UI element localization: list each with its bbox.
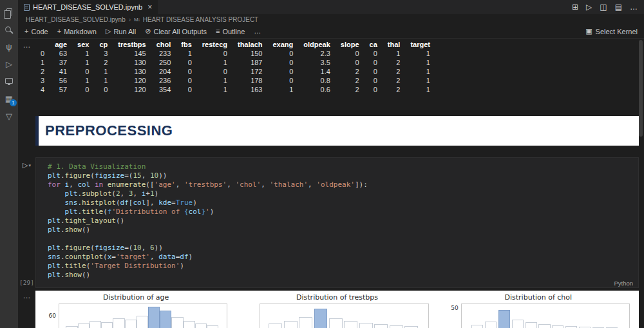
- more-actions-icon[interactable]: …: [630, 3, 638, 11]
- testing-icon[interactable]: ▽: [0, 108, 18, 125]
- kernel-icon: ▣: [585, 28, 592, 35]
- table-cell: 3: [94, 49, 113, 58]
- scrollbar: [638, 39, 644, 328]
- vscode-window: ψ▷▦1▽ HEART_DISEASE_SOLVED.ipynb × ⊞▷◫▤……: [0, 0, 644, 328]
- histogram-bar: [485, 322, 497, 328]
- dataframe-table: agesexcptrestbpscholfbsrestecgthalachexa…: [35, 40, 435, 94]
- column-header: thalach: [232, 40, 268, 49]
- run-all-button[interactable]: ▷Run All: [106, 28, 136, 35]
- plot-area: [461, 304, 630, 328]
- table-cell: 0: [267, 49, 298, 58]
- table-cell: 163: [232, 85, 268, 94]
- table-cell: 1: [405, 58, 435, 67]
- cell-gutter: [18, 116, 35, 146]
- split-editor-icon[interactable]: ◫: [600, 3, 607, 11]
- y-axis-tick: 50: [446, 305, 459, 311]
- explorer-icon[interactable]: [0, 3, 18, 21]
- table-cell: 1: [197, 58, 232, 67]
- table-cell: 1: [383, 49, 406, 58]
- chart-title: Distribution of chol: [442, 293, 635, 302]
- preprocessing-heading: PREPROCESSING: [39, 122, 173, 139]
- select-kernel-button[interactable]: ▣ Select Kernel: [585, 28, 638, 35]
- histogram-bar: [101, 322, 113, 328]
- run-cell-button[interactable]: ▷▾: [23, 161, 31, 169]
- tab-heart-disease-notebook[interactable]: HEART_DISEASE_SOLVED.ipynb ×: [18, 0, 158, 14]
- code-line: plt.figure(figsize=(15, 10)): [48, 171, 633, 180]
- column-header: cp: [94, 40, 113, 49]
- clear-all-outputs-button[interactable]: ⊘Clear All Outputs: [145, 28, 207, 35]
- histogram-bar: [269, 323, 282, 328]
- kernel-label: Select Kernel: [596, 28, 638, 35]
- toolbar-item-label: Run All: [113, 28, 136, 35]
- histogram-bar: [207, 325, 218, 328]
- table-cell: 0: [176, 58, 197, 67]
- code-line: plt.title('Target Distribution'): [48, 262, 633, 271]
- table-cell: 1: [267, 85, 298, 94]
- breadcrumb-file[interactable]: HEART_DISEASE_SOLVED.ipynb: [26, 16, 126, 23]
- histogram-bar: [390, 325, 403, 328]
- table-cell: 4: [35, 85, 50, 94]
- histogram-bar: [195, 323, 207, 328]
- add-code-button[interactable]: +Code: [24, 28, 48, 35]
- toolbar-more-button[interactable]: …: [254, 28, 261, 35]
- histogram-bar: [329, 318, 343, 328]
- code-line: plt.subplot(2, 3, i+1): [48, 189, 633, 198]
- table-cell: 0: [267, 76, 298, 85]
- histogram-bar: [498, 310, 510, 328]
- y-axis-tick: 60: [43, 313, 56, 319]
- table-cell: 0: [197, 67, 232, 76]
- dataframe-output-cell: … agesexcptrestbpscholfbsrestecgthalache…: [18, 40, 639, 94]
- table-cell: 178: [232, 76, 268, 85]
- close-icon[interactable]: ×: [147, 3, 152, 12]
- customize-layout-icon[interactable]: ⊞: [572, 3, 578, 11]
- breadcrumb-section[interactable]: HEART DISEASE ANALYSIS PROJECT: [143, 16, 259, 23]
- cell-gutter: …: [18, 40, 35, 94]
- code-editor[interactable]: # 1. Data Visualizationplt.figure(figsiz…: [35, 157, 639, 288]
- table-cell: 0: [267, 67, 298, 76]
- toggle-panel-icon[interactable]: ▤: [615, 3, 622, 11]
- table-cell: 2: [94, 58, 113, 67]
- column-header: target: [405, 40, 435, 49]
- table-row: 241011302040017201.42021: [35, 67, 435, 76]
- table-cell: 0: [365, 58, 383, 67]
- histogram-bar: [160, 311, 171, 328]
- code-line: plt.figure(figsize=(10, 6)): [48, 244, 633, 253]
- run-and-debug-icon[interactable]: ▷: [0, 55, 18, 73]
- table-cell: 56: [50, 76, 72, 85]
- run-icon[interactable]: ▷: [586, 3, 592, 11]
- table-cell: 1: [94, 76, 113, 85]
- markdown-band: PREPROCESSING: [35, 116, 639, 146]
- table-cell: 0: [336, 58, 365, 67]
- code-line: # 1. Data Visualization: [48, 162, 633, 171]
- table-cell: 1: [72, 58, 94, 67]
- table-cell: 0: [72, 67, 94, 76]
- histogram-bar: [148, 307, 160, 328]
- table-cell: 0: [365, 76, 383, 85]
- column-header: oldpeak: [298, 40, 336, 49]
- table-cell: 0: [35, 49, 50, 58]
- extensions-icon[interactable]: ▦1: [0, 90, 18, 108]
- markdown-cell[interactable]: PREPROCESSING: [18, 116, 639, 146]
- remote-explorer-icon[interactable]: [0, 73, 18, 90]
- table-cell: 172: [232, 67, 268, 76]
- code-cell: ▷▾ [29] # 1. Data Visualizationplt.figur…: [18, 157, 639, 288]
- search-icon[interactable]: [0, 21, 18, 38]
- code-line: plt.show(): [48, 271, 633, 280]
- cell-more-actions-icon[interactable]: …: [23, 41, 31, 49]
- cell-more-actions-icon[interactable]: …: [23, 292, 31, 300]
- histogram-bar: [374, 324, 388, 328]
- clear-all-outputs-icon: ⊘: [145, 28, 151, 35]
- code-line: sns.histplot(df[col], kde=True): [48, 198, 633, 207]
- histogram-bar: [171, 317, 183, 328]
- table-cell: 145: [113, 49, 151, 58]
- outline-button[interactable]: ≡Outline: [216, 28, 245, 35]
- table-cell: 130: [113, 67, 151, 76]
- histogram-bar: [184, 321, 195, 328]
- language-picker[interactable]: Python: [614, 280, 633, 287]
- code-line: [48, 235, 633, 244]
- table-cell: 0: [176, 67, 197, 76]
- toolbar-item-label: Markdown: [64, 28, 97, 35]
- add-markdown-button[interactable]: +Markdown: [57, 28, 97, 35]
- scrollbar-thumb[interactable]: [639, 40, 643, 137]
- source-control-icon[interactable]: ψ: [0, 38, 18, 55]
